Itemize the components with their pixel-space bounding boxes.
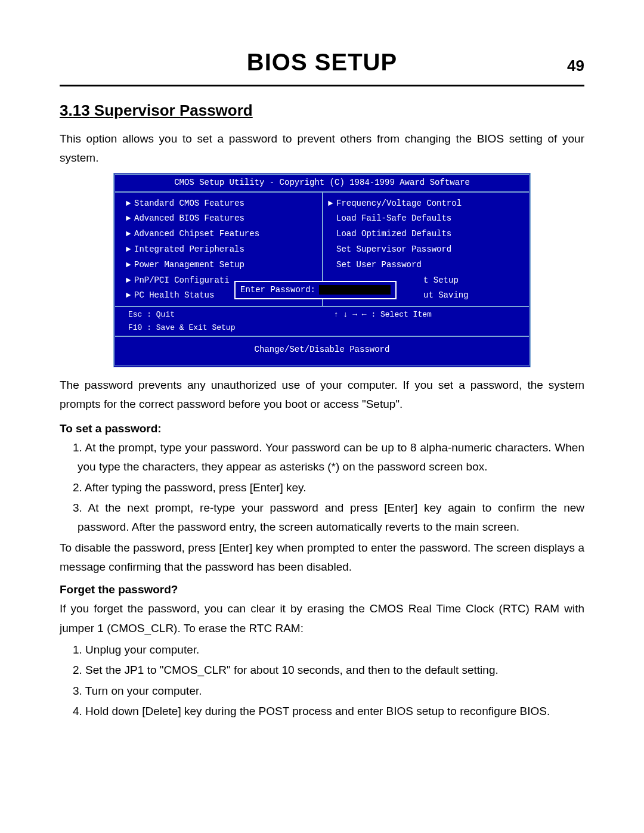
bios-screenshot: CMOS Setup Utility - Copyright (C) 1984-… — [113, 173, 531, 367]
page-header: BIOS SETUP 49 — [60, 42, 584, 82]
bios-utility-title: CMOS Setup Utility - Copyright (C) 1984-… — [115, 175, 529, 191]
list-item: 3. Turn on your computer. — [73, 682, 584, 701]
triangle-icon: ► — [126, 274, 134, 288]
triangle-icon: ► — [126, 243, 134, 257]
triangle-icon: ► — [126, 227, 134, 241]
forget-password-heading: Forget the password? — [60, 580, 584, 599]
bios-menu-item[interactable]: ►Frequency/Voltage Control — [328, 196, 518, 212]
triangle-icon: ► — [126, 289, 134, 303]
header-rule — [60, 85, 584, 86]
password-explain-paragraph: The password prevents any unauthorized u… — [60, 376, 584, 414]
page-number: 49 — [567, 52, 584, 79]
intro-paragraph: This option allows you to set a password… — [60, 129, 584, 168]
bios-hint-arrows: ↑ ↓ → ← : Select Item — [310, 308, 516, 335]
list-item: 1. Unplug your computer. — [73, 640, 584, 659]
section-heading: 3.13 Supervisor Password — [60, 97, 584, 123]
forget-password-paragraph: If you forget the password, you can clea… — [60, 599, 584, 638]
list-item: 4. Hold down [Delete] key during the POS… — [73, 702, 584, 721]
bios-hint-f10: F10 : Save & Exit Setup — [128, 321, 310, 335]
list-item: 2. After typing the password, press [Ent… — [73, 478, 584, 497]
chapter-title: BIOS SETUP — [60, 42, 584, 82]
list-item: 3. At the next prompt, re-type your pass… — [73, 498, 584, 537]
disable-password-paragraph: To disable the password, press [Enter] k… — [60, 538, 584, 577]
set-password-heading: To set a password: — [60, 419, 584, 438]
bios-menu-item[interactable]: ►Advanced Chipset Features — [126, 227, 316, 242]
section-name: Supervisor Password — [94, 101, 253, 119]
set-password-steps: 1. At the prompt, type your password. Yo… — [60, 438, 584, 537]
section-number: 3.13 — [60, 101, 90, 119]
password-prompt-label: Enter Password: — [240, 283, 315, 298]
bios-hint-row: Esc : Quit F10 : Save & Exit Setup ↑ ↓ →… — [115, 307, 529, 337]
bios-menu-item[interactable]: Set Supervisor Password — [328, 242, 518, 258]
bios-menu-item[interactable]: Load Fail-Safe Defaults — [328, 211, 518, 227]
bios-menu-area: ►Standard CMOS Features ►Advanced BIOS F… — [115, 191, 529, 308]
enter-password-dialog: Enter Password: — [234, 281, 397, 300]
bios-menu-item[interactable]: ►Standard CMOS Features — [126, 196, 316, 212]
list-item: 1. At the prompt, type your password. Yo… — [73, 438, 584, 477]
bios-hint-esc: Esc : Quit — [128, 308, 310, 321]
bios-menu-item[interactable]: Load Optimized Defaults — [328, 227, 518, 242]
bios-menu-item[interactable]: ►Integrated Peripherals — [126, 242, 316, 258]
triangle-icon: ► — [126, 197, 134, 211]
list-item: 2. Set the JP1 to "CMOS_CLR" for about 1… — [73, 661, 584, 680]
bios-footer-message: Change/Set/Disable Password — [115, 337, 529, 366]
triangle-icon: ► — [328, 197, 336, 211]
triangle-icon: ► — [126, 258, 134, 272]
bios-menu-item[interactable]: ►Power Management Setup — [126, 258, 316, 273]
password-input[interactable] — [319, 285, 391, 295]
triangle-icon: ► — [126, 212, 134, 226]
forget-password-steps: 1. Unplug your computer. 2. Set the JP1 … — [60, 640, 584, 721]
bios-menu-item[interactable]: ►Advanced BIOS Features — [126, 211, 316, 227]
bios-menu-item[interactable]: Set User Password — [328, 258, 518, 273]
